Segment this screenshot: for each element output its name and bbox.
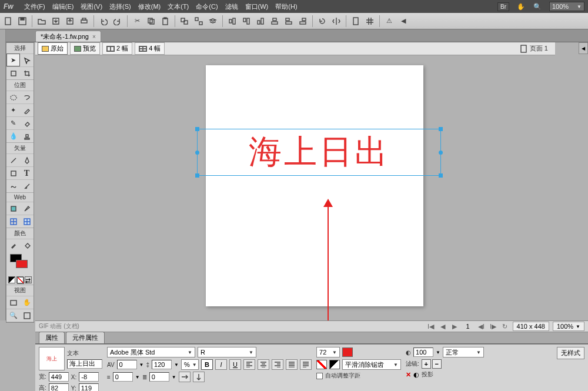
y-input[interactable]: 119 [79, 383, 99, 391]
tab-component-properties[interactable]: 元件属性 [66, 332, 105, 343]
blur-tool[interactable]: 💧 [6, 129, 20, 142]
view-original-button[interactable]: 原始 [38, 42, 68, 55]
canvas-area[interactable]: 海上日出 [35, 55, 555, 320]
menu-text[interactable]: 文本(T) [168, 2, 189, 11]
hand-tool[interactable]: ✋ [20, 296, 34, 309]
font-family-select[interactable]: Adobe 黑体 Std▼ [107, 347, 195, 357]
opacity-input[interactable]: 100 [413, 347, 433, 357]
resize-handle-ml[interactable] [195, 151, 199, 155]
selected-text-object[interactable]: 海上日出 [197, 129, 441, 176]
bold-button[interactable]: B [201, 359, 213, 370]
new-file-icon[interactable] [2, 15, 14, 27]
view-4up-button[interactable]: 4 幅 [135, 42, 165, 55]
undo-icon[interactable] [98, 15, 109, 27]
height-input[interactable]: 82 [49, 383, 69, 391]
page-info[interactable]: 页面 1 [520, 44, 553, 53]
align-right-button[interactable] [272, 359, 283, 370]
resize-handle-tr[interactable] [439, 127, 443, 131]
blend-mode-select[interactable]: 正常▼ [443, 347, 484, 357]
align-6-icon[interactable] [297, 15, 309, 27]
wand-tool[interactable]: ✦ [6, 103, 20, 116]
align-left-button[interactable] [243, 359, 255, 370]
flip-h-icon[interactable] [330, 15, 342, 27]
nav-play-icon[interactable]: ▶ [450, 323, 459, 330]
freeform-tool[interactable] [6, 179, 20, 192]
knife-tool[interactable] [20, 179, 34, 192]
remove-filter-button[interactable]: − [432, 359, 442, 369]
marquee-tool[interactable] [6, 91, 20, 103]
leading-unit-select[interactable]: %▼ [181, 359, 199, 370]
scale-tool[interactable] [6, 66, 20, 79]
bridge-button[interactable]: Br [497, 2, 509, 11]
copy-icon[interactable] [145, 15, 157, 27]
text-color-swatch[interactable] [342, 347, 353, 357]
underline-button[interactable]: U [229, 359, 241, 370]
add-filter-button[interactable]: + [422, 359, 431, 369]
text-tool[interactable]: T [20, 166, 34, 179]
lasso-tool[interactable] [20, 91, 34, 103]
slice-tool[interactable] [20, 202, 34, 215]
nav-step-next-icon[interactable]: I▶ [489, 323, 497, 330]
export-icon[interactable] [64, 15, 76, 27]
font-style-select[interactable]: R▼ [198, 347, 256, 357]
fill-swatch[interactable] [16, 260, 28, 268]
swap-colors-icon[interactable]: ⇄ [25, 276, 32, 283]
crop-tool[interactable] [20, 66, 34, 79]
x-input[interactable]: -8 [79, 372, 99, 382]
open-icon[interactable] [36, 15, 48, 27]
zoom-tool[interactable]: 🔍 [6, 309, 20, 322]
indent-input[interactable]: 0 [113, 372, 133, 382]
import-icon[interactable] [50, 15, 62, 27]
resize-handle-mr[interactable] [439, 151, 443, 155]
filter-name[interactable]: 投影 [422, 370, 433, 379]
no-style-button[interactable]: 无样式 [557, 347, 584, 359]
align-1-icon[interactable] [226, 15, 238, 27]
align-5-icon[interactable] [283, 15, 295, 27]
align-center-button[interactable] [258, 359, 269, 370]
menu-select[interactable]: 选择(S) [109, 2, 131, 11]
group-icon[interactable] [179, 15, 191, 27]
text-swap-swatch[interactable] [329, 360, 340, 369]
zoom-icon[interactable]: 🔍 [533, 3, 542, 11]
cut-icon[interactable]: ✂ [131, 15, 143, 27]
print-icon[interactable] [78, 15, 90, 27]
align-3-icon[interactable] [255, 15, 266, 27]
filter-delete-icon[interactable]: ✕ [406, 371, 411, 379]
width-input[interactable]: 449 [49, 372, 69, 382]
text-orient-h-button[interactable] [179, 372, 191, 382]
nav-step-prev-icon[interactable]: ◀I [477, 323, 486, 330]
save-icon[interactable] [16, 15, 28, 27]
shape-tool[interactable] [6, 166, 20, 179]
italic-button[interactable]: I [215, 359, 227, 370]
nav-loop-icon[interactable]: ↻ [501, 323, 509, 330]
menu-help[interactable]: 帮助(H) [275, 2, 297, 11]
stamp-tool[interactable] [20, 129, 34, 142]
warn-icon[interactable]: ⚠ [383, 15, 395, 27]
menu-modify[interactable]: 修改(M) [138, 2, 161, 11]
rotate-icon[interactable] [316, 15, 328, 27]
menu-view[interactable]: 视图(V) [81, 2, 102, 11]
screen-mode-icon[interactable] [6, 296, 20, 309]
align-2-icon[interactable] [240, 15, 252, 27]
pen-tool[interactable] [20, 153, 34, 166]
brush-tool[interactable] [20, 103, 34, 116]
eyedropper-tool[interactable] [6, 239, 20, 252]
menu-edit[interactable]: 编辑(E) [52, 2, 74, 11]
filter-enabled-icon[interactable]: ◐ [413, 371, 419, 379]
hotspot-tool[interactable] [6, 202, 20, 215]
resize-handle-tl[interactable] [195, 127, 199, 131]
ungroup-icon[interactable] [193, 15, 205, 27]
align-justify-button[interactable] [286, 359, 298, 370]
leading-input[interactable]: 120 [152, 360, 172, 369]
redo-icon[interactable] [112, 15, 123, 27]
menu-command[interactable]: 命令(C) [196, 2, 218, 11]
resize-handle-bl[interactable] [195, 173, 199, 178]
stroke-none-swatch[interactable] [316, 360, 327, 369]
subselect-tool[interactable] [20, 54, 34, 66]
hide-slices-icon[interactable] [6, 215, 20, 228]
space-before-input[interactable]: 0 [149, 372, 169, 382]
grid-icon[interactable] [364, 15, 376, 27]
page-icon[interactable] [350, 15, 362, 27]
play-icon[interactable]: ◀ [397, 15, 409, 27]
pencil-tool[interactable]: ✎ [6, 116, 20, 129]
